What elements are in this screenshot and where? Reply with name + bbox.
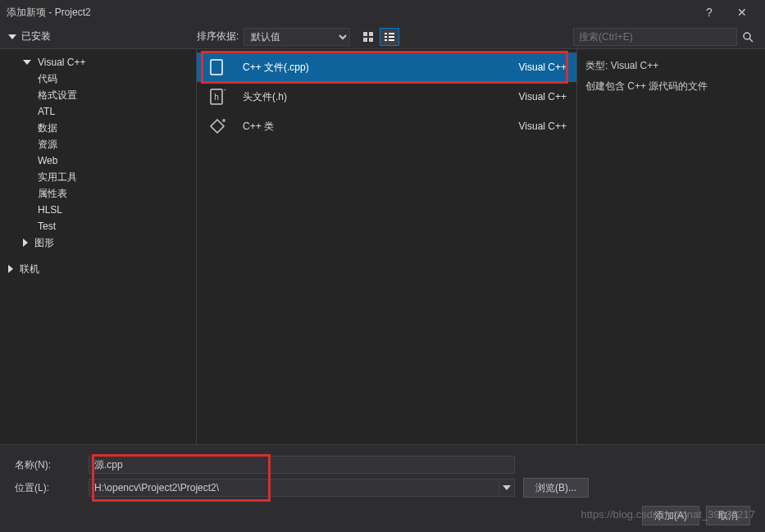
template-list: ++C++ 文件(.cpp)Visual C++h++头文件(.h)Visual… [197,49,576,444]
sidebar-item[interactable]: 属性表 [0,185,196,202]
help-button[interactable]: ? [693,6,726,19]
svg-rect-5 [389,33,394,34]
svg-rect-0 [363,32,367,36]
cpp-file-icon: ++ [207,57,228,78]
template-lang: Visual C++ [519,61,567,73]
svg-point-17 [222,119,225,122]
sort-select[interactable]: 默认值 [244,28,350,46]
template-description: 创建包含 C++ 源代码的文件 [585,80,757,93]
type-label: 类型: [585,60,608,71]
browse-button[interactable]: 浏览(B)... [523,478,589,498]
sidebar-group-label: Visual C++ [38,57,85,68]
svg-rect-2 [363,38,367,42]
svg-line-11 [749,39,753,42]
bottom-form: 名称(N): 位置(L): 浏览(B)... 添加(A) 取消 [0,444,765,532]
toolbar: 已安装 排序依据: 默认值 [0,25,765,49]
installed-tab[interactable]: 已安装 [21,30,51,43]
svg-rect-4 [385,33,387,34]
location-dropdown[interactable] [499,479,515,497]
cpp-class-icon [207,116,228,137]
search-input[interactable] [573,28,737,46]
template-lang: Visual C++ [519,91,567,102]
chevron-down-icon [503,485,511,490]
sidebar-item-online[interactable]: 联机 [0,261,196,277]
template-label: 头文件(.h) [243,90,504,104]
search-icon[interactable] [737,28,758,46]
svg-rect-1 [369,32,373,36]
location-input[interactable] [89,479,499,497]
sidebar-item[interactable]: ATL [0,103,196,120]
name-input[interactable] [89,456,515,474]
svg-text:++: ++ [221,88,226,92]
svg-text:++: ++ [214,58,221,60]
add-button[interactable]: 添加(A) [642,506,699,525]
svg-rect-9 [389,39,394,41]
details-panel: 类型: Visual C++ 创建包含 C++ 源代码的文件 [576,49,765,444]
svg-rect-6 [385,36,387,38]
expand-icon [23,60,31,65]
close-button[interactable]: ✕ [726,6,758,19]
sidebar-item[interactable]: 实用工具 [0,169,196,185]
template-label: C++ 类 [243,120,504,134]
sidebar-item[interactable]: Web [0,152,196,169]
titlebar: 添加新项 - Project2 ? ✕ [0,0,765,25]
template-row[interactable]: ++C++ 文件(.cpp)Visual C++ [197,52,576,82]
sidebar-item-label: 图形 [34,236,54,250]
template-lang: Visual C++ [519,120,567,132]
sidebar-item[interactable]: HLSL [0,202,196,218]
expand-icon [8,34,16,39]
svg-rect-12 [211,60,222,75]
template-label: C++ 文件(.cpp) [243,61,504,75]
location-label: 位置(L): [15,481,80,495]
sidebar-item[interactable]: 资源 [0,136,196,152]
svg-rect-7 [389,36,394,38]
sidebar-item[interactable]: 格式设置 [0,87,196,103]
cancel-button[interactable]: 取消 [706,506,750,525]
svg-point-10 [744,33,750,39]
view-list-button[interactable] [380,28,399,46]
svg-rect-8 [385,39,387,41]
template-row[interactable]: C++ 类Visual C++ [197,111,576,141]
sidebar-item[interactable]: Test [0,218,196,234]
sidebar-item-label: 联机 [20,262,39,276]
type-value: Visual C++ [611,60,658,71]
sidebar-group-visual-cpp[interactable]: Visual C++ [0,54,196,70]
window-title: 添加新项 - Project2 [7,6,693,20]
expand-icon [23,239,28,247]
template-row[interactable]: h++头文件(.h)Visual C++ [197,82,576,111]
svg-text:h: h [214,93,219,102]
view-icons-button[interactable] [358,28,378,46]
expand-icon [8,265,13,273]
sidebar-item[interactable]: 代码 [0,70,196,87]
sidebar-item[interactable]: 数据 [0,120,196,136]
sort-label: 排序依据: [197,30,239,43]
sidebar-item-graphics[interactable]: 图形 [0,234,196,251]
name-label: 名称(N): [15,458,80,472]
header-file-icon: h++ [207,86,228,107]
sidebar: Visual C++ 代码格式设置ATL数据资源Web实用工具属性表HLSLTe… [0,49,197,444]
svg-rect-3 [369,38,373,42]
